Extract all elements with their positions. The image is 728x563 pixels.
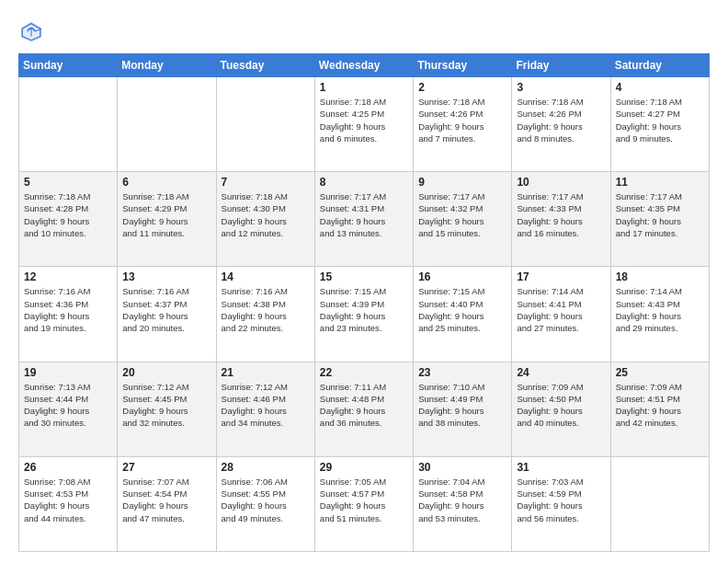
- calendar-cell: 23Sunrise: 7:10 AM Sunset: 4:49 PM Dayli…: [414, 362, 512, 456]
- calendar-table: SundayMondayTuesdayWednesdayThursdayFrid…: [18, 53, 710, 552]
- calendar-cell: 5Sunrise: 7:18 AM Sunset: 4:28 PM Daylig…: [19, 172, 118, 267]
- calendar-cell: 19Sunrise: 7:13 AM Sunset: 4:44 PM Dayli…: [19, 362, 118, 456]
- calendar-day-header: Tuesday: [216, 54, 314, 77]
- calendar-week-row: 19Sunrise: 7:13 AM Sunset: 4:44 PM Dayli…: [19, 362, 710, 456]
- calendar-week-row: 1Sunrise: 7:18 AM Sunset: 4:25 PM Daylig…: [19, 77, 710, 172]
- header: [18, 15, 710, 44]
- calendar-cell: 21Sunrise: 7:12 AM Sunset: 4:46 PM Dayli…: [216, 362, 314, 456]
- calendar-day-header: Thursday: [414, 54, 512, 77]
- calendar-cell: 10Sunrise: 7:17 AM Sunset: 4:33 PM Dayli…: [512, 172, 610, 267]
- day-info: Sunrise: 7:18 AM Sunset: 4:26 PM Dayligh…: [418, 96, 506, 144]
- calendar-header-row: SundayMondayTuesdayWednesdayThursdayFrid…: [19, 54, 710, 77]
- day-number: 23: [418, 366, 506, 379]
- calendar-cell: 12Sunrise: 7:16 AM Sunset: 4:36 PM Dayli…: [19, 267, 118, 362]
- day-info: Sunrise: 7:12 AM Sunset: 4:45 PM Dayligh…: [122, 381, 210, 430]
- calendar-day-header: Friday: [512, 54, 610, 77]
- day-info: Sunrise: 7:04 AM Sunset: 4:58 PM Dayligh…: [418, 476, 506, 524]
- calendar-cell: 9Sunrise: 7:17 AM Sunset: 4:32 PM Daylig…: [414, 172, 512, 267]
- calendar-day-header: Monday: [118, 54, 216, 77]
- day-number: 4: [616, 81, 704, 94]
- day-number: 29: [320, 461, 408, 474]
- day-number: 25: [616, 366, 704, 379]
- calendar-cell: 25Sunrise: 7:09 AM Sunset: 4:51 PM Dayli…: [610, 362, 709, 456]
- day-number: 18: [616, 270, 704, 283]
- calendar-cell: 15Sunrise: 7:15 AM Sunset: 4:39 PM Dayli…: [314, 267, 413, 362]
- calendar-cell: 16Sunrise: 7:15 AM Sunset: 4:40 PM Dayli…: [414, 267, 512, 362]
- day-number: 10: [517, 176, 605, 189]
- day-number: 7: [222, 176, 310, 189]
- day-info: Sunrise: 7:16 AM Sunset: 4:37 PM Dayligh…: [122, 285, 210, 334]
- calendar-day-header: Saturday: [610, 54, 709, 77]
- day-info: Sunrise: 7:05 AM Sunset: 4:57 PM Dayligh…: [320, 476, 408, 524]
- day-info: Sunrise: 7:14 AM Sunset: 4:41 PM Dayligh…: [517, 285, 605, 334]
- day-info: Sunrise: 7:16 AM Sunset: 4:38 PM Dayligh…: [222, 285, 310, 334]
- calendar-cell: [216, 77, 314, 172]
- day-info: Sunrise: 7:18 AM Sunset: 4:26 PM Dayligh…: [517, 96, 605, 144]
- day-number: 17: [517, 270, 605, 283]
- calendar-cell: 7Sunrise: 7:18 AM Sunset: 4:30 PM Daylig…: [216, 172, 314, 267]
- day-number: 14: [222, 270, 310, 283]
- day-number: 19: [24, 366, 112, 379]
- day-number: 2: [418, 81, 506, 94]
- calendar-cell: 20Sunrise: 7:12 AM Sunset: 4:45 PM Dayli…: [118, 362, 216, 456]
- day-info: Sunrise: 7:13 AM Sunset: 4:44 PM Dayligh…: [24, 381, 112, 430]
- calendar-cell: [610, 456, 709, 551]
- day-number: 15: [320, 270, 408, 283]
- day-number: 21: [222, 366, 310, 379]
- day-info: Sunrise: 7:03 AM Sunset: 4:59 PM Dayligh…: [517, 476, 605, 524]
- calendar-cell: 8Sunrise: 7:17 AM Sunset: 4:31 PM Daylig…: [314, 172, 413, 267]
- day-number: 13: [122, 270, 210, 283]
- day-info: Sunrise: 7:17 AM Sunset: 4:33 PM Dayligh…: [517, 190, 605, 239]
- calendar-cell: 29Sunrise: 7:05 AM Sunset: 4:57 PM Dayli…: [314, 456, 413, 551]
- day-info: Sunrise: 7:17 AM Sunset: 4:32 PM Dayligh…: [418, 190, 506, 239]
- day-info: Sunrise: 7:14 AM Sunset: 4:43 PM Dayligh…: [616, 285, 704, 334]
- calendar-week-row: 26Sunrise: 7:08 AM Sunset: 4:53 PM Dayli…: [19, 456, 710, 551]
- day-info: Sunrise: 7:17 AM Sunset: 4:31 PM Dayligh…: [320, 190, 408, 239]
- day-info: Sunrise: 7:18 AM Sunset: 4:28 PM Dayligh…: [24, 190, 112, 239]
- calendar-cell: 2Sunrise: 7:18 AM Sunset: 4:26 PM Daylig…: [414, 77, 512, 172]
- calendar-cell: 1Sunrise: 7:18 AM Sunset: 4:25 PM Daylig…: [314, 77, 413, 172]
- day-number: 12: [24, 270, 112, 283]
- day-info: Sunrise: 7:18 AM Sunset: 4:25 PM Dayligh…: [320, 96, 408, 144]
- calendar-day-header: Wednesday: [314, 54, 413, 77]
- day-info: Sunrise: 7:18 AM Sunset: 4:29 PM Dayligh…: [122, 190, 210, 239]
- calendar-cell: 13Sunrise: 7:16 AM Sunset: 4:37 PM Dayli…: [118, 267, 216, 362]
- calendar-cell: 27Sunrise: 7:07 AM Sunset: 4:54 PM Dayli…: [118, 456, 216, 551]
- calendar-cell: 26Sunrise: 7:08 AM Sunset: 4:53 PM Dayli…: [19, 456, 118, 551]
- calendar-cell: 28Sunrise: 7:06 AM Sunset: 4:55 PM Dayli…: [216, 456, 314, 551]
- calendar-cell: 14Sunrise: 7:16 AM Sunset: 4:38 PM Dayli…: [216, 267, 314, 362]
- day-number: 6: [122, 176, 210, 189]
- calendar-cell: [19, 77, 118, 172]
- day-info: Sunrise: 7:16 AM Sunset: 4:36 PM Dayligh…: [24, 285, 112, 334]
- day-number: 11: [616, 176, 704, 189]
- calendar-cell: 6Sunrise: 7:18 AM Sunset: 4:29 PM Daylig…: [118, 172, 216, 267]
- day-info: Sunrise: 7:08 AM Sunset: 4:53 PM Dayligh…: [24, 476, 112, 524]
- calendar-cell: 4Sunrise: 7:18 AM Sunset: 4:27 PM Daylig…: [610, 77, 709, 172]
- calendar-day-header: Sunday: [19, 54, 118, 77]
- calendar-cell: 3Sunrise: 7:18 AM Sunset: 4:26 PM Daylig…: [512, 77, 610, 172]
- day-number: 24: [517, 366, 605, 379]
- calendar-cell: 31Sunrise: 7:03 AM Sunset: 4:59 PM Dayli…: [512, 456, 610, 551]
- day-number: 31: [517, 461, 605, 474]
- day-number: 28: [222, 461, 310, 474]
- day-number: 30: [418, 461, 506, 474]
- calendar-week-row: 5Sunrise: 7:18 AM Sunset: 4:28 PM Daylig…: [19, 172, 710, 267]
- day-info: Sunrise: 7:18 AM Sunset: 4:30 PM Dayligh…: [222, 190, 310, 239]
- day-number: 20: [122, 366, 210, 379]
- day-number: 1: [320, 81, 408, 94]
- day-info: Sunrise: 7:09 AM Sunset: 4:51 PM Dayligh…: [616, 381, 704, 430]
- logo-icon: [18, 18, 44, 44]
- day-info: Sunrise: 7:09 AM Sunset: 4:50 PM Dayligh…: [517, 381, 605, 430]
- calendar-cell: 22Sunrise: 7:11 AM Sunset: 4:48 PM Dayli…: [314, 362, 413, 456]
- day-info: Sunrise: 7:15 AM Sunset: 4:40 PM Dayligh…: [418, 285, 506, 334]
- calendar-cell: 24Sunrise: 7:09 AM Sunset: 4:50 PM Dayli…: [512, 362, 610, 456]
- day-info: Sunrise: 7:18 AM Sunset: 4:27 PM Dayligh…: [616, 96, 704, 144]
- calendar-cell: 18Sunrise: 7:14 AM Sunset: 4:43 PM Dayli…: [610, 267, 709, 362]
- day-info: Sunrise: 7:11 AM Sunset: 4:48 PM Dayligh…: [320, 381, 408, 430]
- day-info: Sunrise: 7:07 AM Sunset: 4:54 PM Dayligh…: [122, 476, 210, 524]
- day-info: Sunrise: 7:06 AM Sunset: 4:55 PM Dayligh…: [222, 476, 310, 524]
- calendar-week-row: 12Sunrise: 7:16 AM Sunset: 4:36 PM Dayli…: [19, 267, 710, 362]
- day-number: 27: [122, 461, 210, 474]
- calendar-cell: 30Sunrise: 7:04 AM Sunset: 4:58 PM Dayli…: [414, 456, 512, 551]
- day-number: 3: [517, 81, 605, 94]
